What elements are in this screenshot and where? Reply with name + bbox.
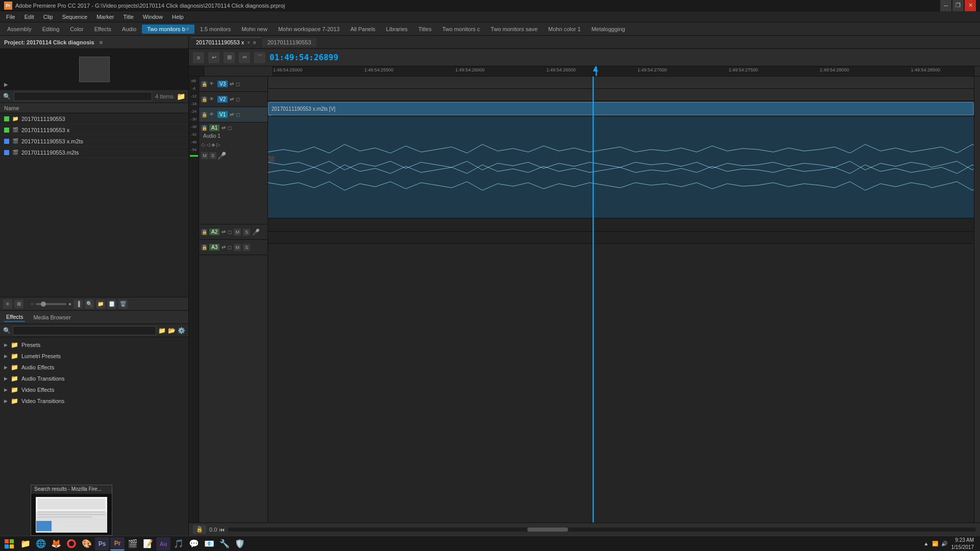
workspace-assembly[interactable]: Assembly: [2, 24, 37, 34]
menu-sequence[interactable]: Sequence: [58, 13, 92, 21]
taskbar-photoshop[interactable]: Ps: [95, 537, 109, 550]
track-label-a2[interactable]: A2: [209, 229, 219, 235]
track-label-a1[interactable]: A1: [209, 124, 219, 131]
search-button[interactable]: 🔍: [85, 299, 94, 309]
menu-window[interactable]: Window: [139, 13, 167, 21]
taskbar-shield[interactable]: 🛡️: [233, 537, 247, 550]
track-prev-keyframe[interactable]: ◁: [206, 142, 210, 147]
effects-option2-button[interactable]: ⚙️: [178, 327, 185, 334]
track-lock-a1[interactable]: 🔒: [201, 125, 207, 131]
project-item[interactable]: 📁 20170111190553: [0, 113, 188, 124]
taskbar-music[interactable]: 🎵: [172, 537, 186, 550]
track-next-keyframe[interactable]: ▷: [216, 142, 220, 147]
taskbar-chat[interactable]: 💬: [187, 537, 201, 550]
clock[interactable]: 9:23 AM 1/15/2017: [951, 537, 974, 551]
workspace-two-monitors-c[interactable]: Two monitors c: [437, 24, 485, 34]
track-v1-content[interactable]: 20170111190553 x.m2ts [V] ▼: [268, 101, 974, 116]
track-mute-a2[interactable]: M: [234, 229, 241, 236]
add-mark-button[interactable]: ↩: [208, 52, 219, 63]
workspace-two-monitors-save[interactable]: Two monitors save: [485, 24, 543, 34]
track-add-keyframe[interactable]: ◈: [211, 142, 215, 147]
track-label-v2[interactable]: V2: [217, 96, 228, 103]
workspace-mohn-color[interactable]: Mohn color 1: [543, 24, 586, 34]
timeline-horizontal-scrollbar[interactable]: [228, 528, 976, 532]
list-view-button[interactable]: ≡: [3, 299, 12, 309]
effects-folder-audio-transitions[interactable]: ▶ 📁 Audio Transitions: [0, 373, 188, 384]
workspace-titles[interactable]: Titles: [413, 24, 437, 34]
sequence-tab-active[interactable]: 20170111190553 x × ≡: [191, 37, 261, 47]
effects-option1-button[interactable]: 📂: [168, 327, 176, 334]
project-item[interactable]: 🎬 20170111190553 x: [0, 124, 188, 136]
taskbar-premiere[interactable]: Pr: [110, 537, 125, 550]
timeline-settings-button[interactable]: ≡: [193, 52, 204, 63]
add-video-track-button[interactable]: 🔒: [193, 525, 206, 534]
workspace-libraries[interactable]: Libraries: [381, 24, 412, 34]
effects-folder-video-transitions[interactable]: ▶ 📁 Video Transitions: [0, 395, 188, 407]
menu-clip[interactable]: Clip: [39, 13, 57, 21]
taskbar-tool[interactable]: 🔧: [217, 537, 232, 550]
timeline-ruler[interactable]: 1:49:54:25000 1:49:54:25500 1:49:54:2600…: [273, 66, 974, 77]
project-search-input[interactable]: [14, 92, 152, 101]
track-lock-v2[interactable]: 🔒: [201, 96, 207, 103]
track-label-a3[interactable]: A3: [209, 244, 219, 251]
taskbar-ie[interactable]: 🌐: [34, 537, 48, 550]
effects-search-input[interactable]: [13, 326, 156, 335]
link-button[interactable]: ⌒: [254, 52, 265, 63]
close-button[interactable]: ✕: [965, 0, 976, 11]
track-v3-content[interactable]: [268, 77, 974, 89]
workspace-all-panels[interactable]: All Panels: [345, 24, 380, 34]
workspace-color[interactable]: Color: [65, 24, 88, 34]
delete-button[interactable]: 🗑️: [118, 299, 128, 309]
workspace-effects[interactable]: Effects: [89, 24, 116, 34]
tray-arrow[interactable]: ▲: [924, 541, 929, 546]
remove-mark-button[interactable]: ⊞: [224, 52, 235, 63]
restore-button[interactable]: ❐: [952, 0, 964, 11]
preview-play-button[interactable]: ▶: [4, 82, 8, 87]
menu-file[interactable]: File: [2, 13, 19, 21]
sequence-tab-menu[interactable]: ≡: [253, 40, 256, 45]
effects-folder-audio-effects[interactable]: ▶ 📁 Audio Effects: [0, 362, 188, 373]
track-label-v3[interactable]: V3: [217, 81, 228, 87]
video-clip[interactable]: 20170111190553 x.m2ts [V]: [268, 102, 974, 115]
tray-audio-icon[interactable]: 🔊: [941, 541, 947, 546]
taskbar-text[interactable]: 📝: [141, 537, 155, 550]
workspace-metalogging[interactable]: Metaloggging: [586, 24, 630, 34]
track-mute-a1[interactable]: M: [201, 152, 208, 159]
track-visibility-v3[interactable]: 👁: [209, 81, 215, 87]
track-solo-a3[interactable]: S: [243, 244, 250, 251]
project-item[interactable]: 🎬 20170111190553 x.m2ts: [0, 136, 188, 147]
menu-title[interactable]: Title: [119, 13, 137, 21]
effects-tab[interactable]: Effects: [4, 313, 25, 322]
track-a3-content[interactable]: [268, 232, 974, 244]
effects-folder-video-effects[interactable]: ▶ 📁 Video Effects: [0, 384, 188, 395]
taskbar-file-explorer[interactable]: 📁: [18, 537, 33, 550]
new-bin-button[interactable]: 📁: [96, 299, 105, 309]
taskbar-app-5[interactable]: 🎨: [80, 537, 94, 550]
track-lock-a2[interactable]: 🔒: [201, 229, 207, 235]
new-custom-bin-button[interactable]: 📁: [158, 327, 166, 334]
track-visibility-v2[interactable]: 👁: [209, 96, 215, 103]
track-a2-content[interactable]: [268, 218, 974, 232]
minimize-button[interactable]: ─: [940, 0, 951, 11]
new-item-button[interactable]: 🗒️: [107, 299, 116, 309]
track-lock-a3[interactable]: 🔒: [201, 244, 207, 251]
track-solo-a1[interactable]: S: [209, 152, 216, 159]
zoom-slider[interactable]: [36, 303, 66, 305]
track-visibility-v1[interactable]: 👁: [209, 112, 215, 118]
workspace-audio[interactable]: Audio: [117, 24, 141, 34]
track-solo-a2[interactable]: S: [243, 229, 250, 236]
taskbar-media[interactable]: 🎬: [126, 537, 140, 550]
start-button[interactable]: [2, 537, 16, 550]
track-a1-content[interactable]: ⬛: [268, 116, 974, 218]
sequence-tab-close[interactable]: ×: [247, 40, 250, 45]
icon-view-button[interactable]: ⊞: [14, 299, 23, 309]
thumbnail-button[interactable]: ▐: [74, 299, 83, 309]
new-bin-button[interactable]: 📁: [177, 92, 185, 101]
track-label-v1[interactable]: V1: [217, 111, 228, 118]
menu-edit[interactable]: Edit: [20, 13, 38, 21]
workspace-mohn-workspace[interactable]: Mohn workspace 7-2013: [273, 24, 345, 34]
workspace-mohn-new[interactable]: Mohn new: [236, 24, 273, 34]
media-browser-tab[interactable]: Media Browser: [31, 313, 72, 321]
project-item[interactable]: 🎬 20170111190553.m2ts: [0, 147, 188, 158]
workspace-two-monitors-b[interactable]: Two monitors b ≡: [142, 24, 194, 34]
